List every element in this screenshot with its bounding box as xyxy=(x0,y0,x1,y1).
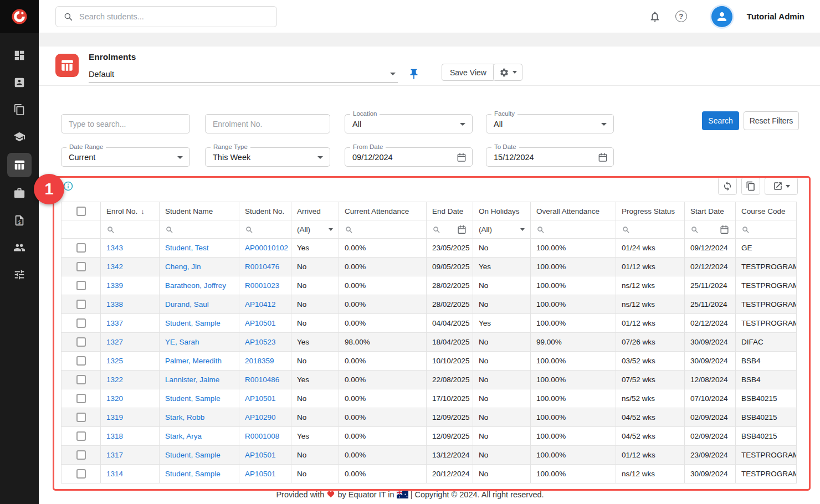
sidebar-item-enrolments[interactable] xyxy=(7,153,32,177)
filter-course-code[interactable] xyxy=(736,220,797,239)
sidebar-item-contacts[interactable] xyxy=(7,236,32,259)
cell-student-no[interactable]: 2018359 xyxy=(239,352,291,371)
cell-enrol-no[interactable]: 1317 xyxy=(101,446,160,465)
cell-enrol-no[interactable]: 1339 xyxy=(101,276,160,295)
column-header-student-no[interactable]: Student No. xyxy=(239,202,291,220)
cell-student-name[interactable]: Lannister, Jaime xyxy=(160,371,239,389)
to-date-input[interactable]: To Date 15/12/2024 xyxy=(486,147,614,167)
date-range-select[interactable]: Date Range Current xyxy=(61,147,190,167)
cell-student-name[interactable]: YE, Sarah xyxy=(160,333,239,352)
row-checkbox[interactable] xyxy=(76,281,86,290)
column-header-current-attendance[interactable]: Current Attendance xyxy=(339,202,427,220)
cell-student-no[interactable]: AP10501 xyxy=(239,465,291,484)
cell-student-name[interactable]: Student, Sample xyxy=(160,314,239,333)
column-header-end-date[interactable]: End Date xyxy=(427,202,473,220)
avatar[interactable] xyxy=(711,6,732,27)
export-button[interactable] xyxy=(765,177,798,195)
cell-student-name[interactable]: Palmer, Meredith xyxy=(160,352,239,371)
pin-button[interactable] xyxy=(408,68,420,80)
save-view-button[interactable]: Save View xyxy=(442,64,495,81)
cell-enrol-no[interactable]: 1325 xyxy=(101,352,160,371)
cell-student-no[interactable]: R0001008 xyxy=(239,427,291,446)
sidebar-item-employers[interactable] xyxy=(7,182,32,204)
cell-student-no[interactable]: AP10501 xyxy=(239,314,291,333)
cell-student-name[interactable]: Student, Test xyxy=(160,239,239,258)
cell-enrol-no[interactable]: 1343 xyxy=(101,239,160,258)
enrolment-no-input[interactable]: Enrolment No. xyxy=(205,114,330,133)
row-checkbox[interactable] xyxy=(76,413,86,422)
cell-student-name[interactable]: Student, Sample xyxy=(160,465,239,484)
cell-student-no[interactable]: R0010476 xyxy=(239,258,291,276)
sidebar-item-students[interactable] xyxy=(7,71,32,94)
row-checkbox[interactable] xyxy=(76,375,86,384)
sidebar-item-finance[interactable]: $ xyxy=(7,209,32,232)
column-header-on-holidays[interactable]: On Holidays xyxy=(473,202,531,220)
cell-enrol-no[interactable]: 1319 xyxy=(101,408,160,427)
cell-enrol-no[interactable]: 1322 xyxy=(101,371,160,389)
filter-arrived[interactable]: (All) xyxy=(291,220,339,239)
calendar-icon[interactable] xyxy=(456,152,467,163)
cell-student-name[interactable]: Baratheon, Joffrey xyxy=(160,276,239,295)
row-checkbox[interactable] xyxy=(76,262,86,271)
row-checkbox[interactable] xyxy=(76,431,86,441)
select-all-checkbox[interactable] xyxy=(76,207,86,216)
filter-end-date[interactable] xyxy=(427,220,473,239)
cell-enrol-no[interactable]: 1314 xyxy=(101,465,160,484)
row-checkbox[interactable] xyxy=(76,394,86,403)
cell-enrol-no[interactable]: 1320 xyxy=(101,389,160,408)
faculty-select[interactable]: Faculty All xyxy=(486,114,614,133)
table-search-input[interactable]: Type to search... xyxy=(61,114,190,133)
cell-student-no[interactable]: AP10501 xyxy=(239,389,291,408)
cell-enrol-no[interactable]: 1342 xyxy=(101,258,160,276)
reset-filters-button[interactable]: Reset Filters xyxy=(744,111,799,130)
cell-student-no[interactable]: AP10523 xyxy=(239,333,291,352)
cell-enrol-no[interactable]: 1327 xyxy=(101,333,160,352)
view-settings-button[interactable] xyxy=(493,64,522,81)
cell-student-name[interactable]: Durand, Saul xyxy=(160,295,239,314)
cell-enrol-no[interactable]: 1337 xyxy=(101,314,160,333)
cell-student-name[interactable]: Stark, Arya xyxy=(160,427,239,446)
cell-enrol-no[interactable]: 1338 xyxy=(101,295,160,314)
notifications-button[interactable] xyxy=(649,11,661,23)
column-header-start-date[interactable]: Start Date xyxy=(685,202,736,220)
user-name[interactable]: Tutorial Admin xyxy=(747,12,804,21)
search-button[interactable]: Search xyxy=(702,111,739,130)
sidebar-item-dashboard[interactable] xyxy=(7,44,32,66)
cell-student-name[interactable]: Cheng, Jin xyxy=(160,258,239,276)
row-checkbox[interactable] xyxy=(76,300,86,309)
calendar-icon[interactable] xyxy=(597,152,608,163)
filter-student-no[interactable] xyxy=(239,220,291,239)
row-checkbox[interactable] xyxy=(76,318,86,328)
filter-enrol-no[interactable] xyxy=(101,220,160,239)
global-search-input[interactable]: Search students... xyxy=(55,6,277,27)
sidebar-item-settings[interactable] xyxy=(7,264,32,286)
row-checkbox[interactable] xyxy=(76,337,86,347)
from-date-input[interactable]: From Date 09/12/2024 xyxy=(345,147,473,167)
range-type-select[interactable]: Range Type This Week xyxy=(205,147,330,167)
row-checkbox[interactable] xyxy=(76,356,86,366)
cell-enrol-no[interactable]: 1318 xyxy=(101,427,160,446)
cell-student-no[interactable]: AP00010102 xyxy=(239,239,291,258)
app-logo[interactable] xyxy=(0,0,39,33)
location-select[interactable]: Location All xyxy=(345,114,473,133)
column-header-course-code[interactable]: Course Code xyxy=(736,202,797,220)
cell-student-name[interactable]: Student, Sample xyxy=(160,389,239,408)
cell-student-no[interactable]: R0010486 xyxy=(239,371,291,389)
cell-student-name[interactable]: Stark, Robb xyxy=(160,408,239,427)
cell-student-no[interactable]: R0001023 xyxy=(239,276,291,295)
cell-student-no[interactable]: AP10412 xyxy=(239,295,291,314)
column-header-enrol-no[interactable]: Enrol No.↓ xyxy=(101,202,160,220)
row-checkbox[interactable] xyxy=(76,450,86,460)
sidebar-item-documents[interactable] xyxy=(7,99,32,121)
view-select[interactable]: Default xyxy=(89,66,398,83)
help-icon[interactable]: ? xyxy=(675,11,687,22)
cell-student-no[interactable]: AP10290 xyxy=(239,408,291,427)
filter-progress-status[interactable] xyxy=(616,220,685,239)
copy-button[interactable] xyxy=(741,177,760,195)
info-icon[interactable] xyxy=(63,181,73,191)
filter-student-name[interactable] xyxy=(160,220,239,239)
cell-student-name[interactable]: Student, Sample xyxy=(160,446,239,465)
row-checkbox[interactable] xyxy=(76,469,86,479)
column-header-arrived[interactable]: Arrived xyxy=(291,202,339,220)
sidebar-item-courses[interactable] xyxy=(7,126,32,148)
